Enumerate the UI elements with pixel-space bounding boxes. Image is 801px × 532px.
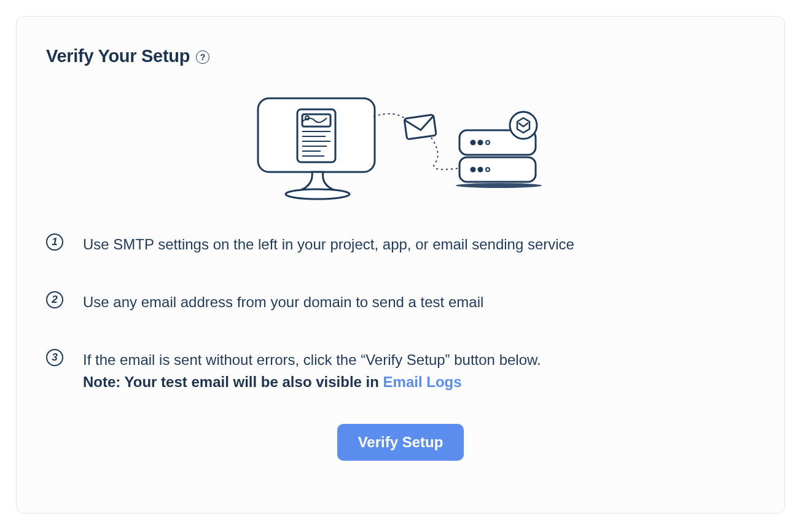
dotted-path xyxy=(431,138,458,170)
svg-point-14 xyxy=(471,141,475,144)
card-title: Verify Your Setup xyxy=(46,46,190,66)
step-text: Use any email address from your domain t… xyxy=(83,291,483,313)
svg-point-1 xyxy=(286,189,350,199)
svg-point-17 xyxy=(471,168,475,171)
step-number-badge: 1 xyxy=(46,233,63,251)
step-text: If the email is sent without errors, cli… xyxy=(83,349,541,371)
setup-illustration-svg xyxy=(253,95,548,205)
step-note: Note: Your test email will be also visib… xyxy=(83,371,541,393)
step-number-badge: 2 xyxy=(46,291,63,308)
step-text: Use SMTP settings on the left in your pr… xyxy=(83,233,574,256)
verify-setup-card: Verify Your Setup ? xyxy=(16,16,785,514)
monitor-icon xyxy=(258,98,375,199)
step-1: 1 Use SMTP settings on the left in your … xyxy=(46,233,755,256)
cta-row: Verify Setup xyxy=(46,424,755,461)
envelope-icon xyxy=(404,115,436,139)
step-2: 2 Use any email address from your domain… xyxy=(46,291,755,313)
step-number-badge: 3 xyxy=(46,349,63,366)
svg-point-15 xyxy=(479,141,482,144)
card-header: Verify Your Setup ? xyxy=(46,46,755,66)
server-icon xyxy=(456,112,542,188)
note-prefix: Note: Your test email will be also visib… xyxy=(83,374,383,390)
email-logs-link[interactable]: Email Logs xyxy=(383,374,462,390)
svg-point-20 xyxy=(456,183,542,188)
step-3: 3 If the email is sent without errors, c… xyxy=(46,349,755,393)
svg-point-18 xyxy=(479,168,482,171)
help-icon[interactable]: ? xyxy=(196,50,209,64)
dotted-path xyxy=(373,114,408,120)
illustration xyxy=(46,95,755,205)
steps-list: 1 Use SMTP settings on the left in your … xyxy=(46,233,755,393)
verify-setup-button[interactable]: Verify Setup xyxy=(337,424,464,461)
svg-point-21 xyxy=(510,112,537,139)
